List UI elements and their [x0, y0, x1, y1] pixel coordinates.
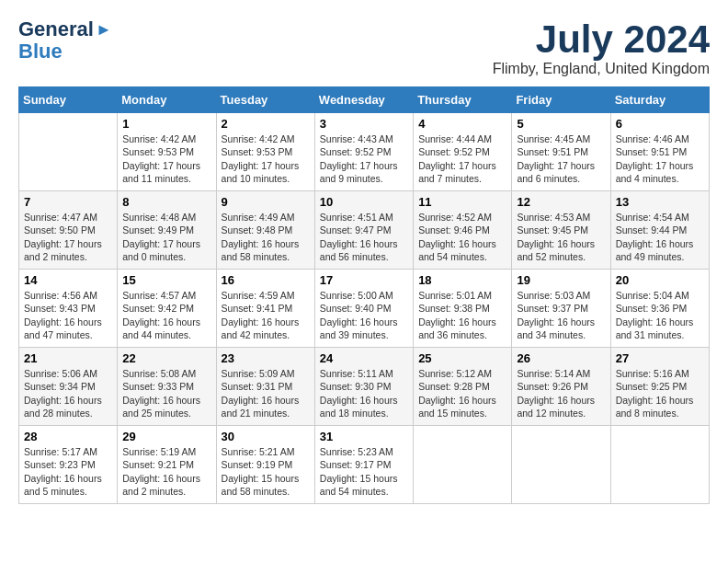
day-info: Sunrise: 5:19 AM Sunset: 9:21 PM Dayligh… [122, 445, 210, 498]
day-number: 19 [517, 273, 605, 287]
logo-icon: ► [96, 20, 112, 40]
weekday-header-thursday: Thursday [414, 87, 512, 113]
day-number: 3 [320, 117, 408, 131]
day-info: Sunrise: 4:54 AM Sunset: 9:44 PM Dayligh… [616, 211, 704, 263]
calendar-cell: 30Sunrise: 5:21 AM Sunset: 9:19 PM Dayli… [216, 426, 314, 504]
day-number: 17 [320, 273, 408, 287]
calendar-cell: 20Sunrise: 5:04 AM Sunset: 9:36 PM Dayli… [610, 270, 709, 348]
logo: General ► Blue [18, 18, 112, 63]
day-info: Sunrise: 4:57 AM Sunset: 9:42 PM Dayligh… [122, 289, 210, 341]
calendar-cell: 12Sunrise: 4:53 AM Sunset: 9:45 PM Dayli… [512, 191, 610, 270]
calendar-cell: 14Sunrise: 4:56 AM Sunset: 9:43 PM Dayli… [19, 270, 118, 348]
calendar-cell: 15Sunrise: 4:57 AM Sunset: 9:42 PM Dayli… [118, 270, 216, 348]
calendar-cell: 9Sunrise: 4:49 AM Sunset: 9:48 PM Daylig… [216, 191, 314, 270]
day-number: 10 [320, 195, 408, 209]
day-number: 14 [24, 273, 112, 287]
day-info: Sunrise: 5:09 AM Sunset: 9:31 PM Dayligh… [222, 367, 310, 419]
day-number: 8 [122, 195, 210, 209]
logo-general: General [18, 18, 94, 40]
day-info: Sunrise: 5:23 AM Sunset: 9:17 PM Dayligh… [320, 445, 408, 498]
calendar-cell: 1Sunrise: 4:42 AM Sunset: 9:53 PM Daylig… [118, 113, 216, 191]
calendar-table: SundayMondayTuesdayWednesdayThursdayFrid… [18, 86, 710, 504]
day-info: Sunrise: 5:14 AM Sunset: 9:26 PM Dayligh… [517, 367, 605, 419]
day-info: Sunrise: 4:44 AM Sunset: 9:52 PM Dayligh… [418, 132, 506, 185]
day-info: Sunrise: 5:03 AM Sunset: 9:37 PM Dayligh… [517, 289, 605, 341]
calendar-cell: 18Sunrise: 5:01 AM Sunset: 9:38 PM Dayli… [414, 270, 512, 348]
day-info: Sunrise: 5:08 AM Sunset: 9:33 PM Dayligh… [122, 367, 210, 419]
day-info: Sunrise: 4:48 AM Sunset: 9:49 PM Dayligh… [122, 211, 210, 263]
day-info: Sunrise: 5:17 AM Sunset: 9:23 PM Dayligh… [24, 445, 112, 498]
calendar-cell: 2Sunrise: 4:42 AM Sunset: 9:53 PM Daylig… [216, 113, 314, 191]
calendar-cell: 6Sunrise: 4:46 AM Sunset: 9:51 PM Daylig… [610, 113, 709, 191]
day-number: 20 [616, 273, 704, 287]
day-number: 31 [320, 430, 408, 443]
day-number: 1 [122, 117, 210, 131]
day-number: 27 [616, 351, 704, 365]
calendar-cell: 3Sunrise: 4:43 AM Sunset: 9:52 PM Daylig… [314, 113, 413, 191]
calendar-week-2: 7Sunrise: 4:47 AM Sunset: 9:50 PM Daylig… [19, 191, 710, 270]
day-number: 23 [222, 351, 310, 365]
page-header: General ► Blue July 2024 Flimby, England… [18, 18, 710, 77]
weekday-header-wednesday: Wednesday [314, 87, 413, 113]
weekday-header-monday: Monday [118, 87, 216, 113]
calendar-week-4: 21Sunrise: 5:06 AM Sunset: 9:34 PM Dayli… [19, 348, 710, 426]
day-info: Sunrise: 5:16 AM Sunset: 9:25 PM Dayligh… [616, 367, 704, 419]
day-number: 15 [122, 273, 210, 287]
calendar-cell: 31Sunrise: 5:23 AM Sunset: 9:17 PM Dayli… [314, 426, 413, 504]
calendar-cell [19, 113, 118, 191]
day-number: 22 [122, 351, 210, 365]
day-number: 18 [418, 273, 506, 287]
day-info: Sunrise: 5:00 AM Sunset: 9:40 PM Dayligh… [320, 289, 408, 341]
day-info: Sunrise: 4:49 AM Sunset: 9:48 PM Dayligh… [222, 211, 310, 263]
day-info: Sunrise: 4:46 AM Sunset: 9:51 PM Dayligh… [616, 132, 704, 185]
location: Flimby, England, United Kingdom [493, 61, 710, 77]
day-number: 25 [418, 351, 506, 365]
calendar-week-5: 28Sunrise: 5:17 AM Sunset: 9:23 PM Dayli… [19, 426, 710, 504]
weekday-header-saturday: Saturday [610, 87, 709, 113]
weekday-header-tuesday: Tuesday [216, 87, 314, 113]
day-number: 7 [24, 195, 112, 209]
calendar-cell: 24Sunrise: 5:11 AM Sunset: 9:30 PM Dayli… [314, 348, 413, 426]
calendar-week-1: 1Sunrise: 4:42 AM Sunset: 9:53 PM Daylig… [19, 113, 710, 191]
day-number: 11 [418, 195, 506, 209]
calendar-cell: 7Sunrise: 4:47 AM Sunset: 9:50 PM Daylig… [19, 191, 118, 270]
title-block: July 2024 Flimby, England, United Kingdo… [493, 18, 710, 77]
calendar-cell: 28Sunrise: 5:17 AM Sunset: 9:23 PM Dayli… [19, 426, 118, 504]
day-info: Sunrise: 4:56 AM Sunset: 9:43 PM Dayligh… [24, 289, 112, 341]
day-info: Sunrise: 4:43 AM Sunset: 9:52 PM Dayligh… [320, 132, 408, 185]
calendar-cell: 16Sunrise: 4:59 AM Sunset: 9:41 PM Dayli… [216, 270, 314, 348]
day-number: 13 [616, 195, 704, 209]
calendar-cell: 8Sunrise: 4:48 AM Sunset: 9:49 PM Daylig… [118, 191, 216, 270]
weekday-header-sunday: Sunday [19, 87, 118, 113]
day-number: 28 [24, 430, 112, 443]
calendar-cell: 29Sunrise: 5:19 AM Sunset: 9:21 PM Dayli… [118, 426, 216, 504]
day-number: 30 [222, 430, 310, 443]
day-number: 5 [517, 117, 605, 131]
calendar-cell: 17Sunrise: 5:00 AM Sunset: 9:40 PM Dayli… [314, 270, 413, 348]
calendar-cell: 23Sunrise: 5:09 AM Sunset: 9:31 PM Dayli… [216, 348, 314, 426]
day-info: Sunrise: 4:42 AM Sunset: 9:53 PM Dayligh… [122, 132, 210, 185]
calendar-cell: 5Sunrise: 4:45 AM Sunset: 9:51 PM Daylig… [512, 113, 610, 191]
day-number: 26 [517, 351, 605, 365]
calendar-cell [414, 426, 512, 504]
day-info: Sunrise: 4:45 AM Sunset: 9:51 PM Dayligh… [517, 132, 605, 185]
day-info: Sunrise: 4:59 AM Sunset: 9:41 PM Dayligh… [222, 289, 310, 341]
calendar-cell: 21Sunrise: 5:06 AM Sunset: 9:34 PM Dayli… [19, 348, 118, 426]
weekday-header-friday: Friday [512, 87, 610, 113]
day-info: Sunrise: 5:01 AM Sunset: 9:38 PM Dayligh… [418, 289, 506, 341]
calendar-cell: 4Sunrise: 4:44 AM Sunset: 9:52 PM Daylig… [414, 113, 512, 191]
day-info: Sunrise: 5:04 AM Sunset: 9:36 PM Dayligh… [616, 289, 704, 341]
day-number: 4 [418, 117, 506, 131]
calendar-cell: 19Sunrise: 5:03 AM Sunset: 9:37 PM Dayli… [512, 270, 610, 348]
month-title: July 2024 [493, 18, 710, 61]
calendar-cell: 26Sunrise: 5:14 AM Sunset: 9:26 PM Dayli… [512, 348, 610, 426]
day-number: 9 [222, 195, 310, 209]
calendar-cell: 13Sunrise: 4:54 AM Sunset: 9:44 PM Dayli… [610, 191, 709, 270]
day-number: 12 [517, 195, 605, 209]
day-info: Sunrise: 4:53 AM Sunset: 9:45 PM Dayligh… [517, 211, 605, 263]
calendar-cell [512, 426, 610, 504]
calendar-cell: 10Sunrise: 4:51 AM Sunset: 9:47 PM Dayli… [314, 191, 413, 270]
day-info: Sunrise: 5:21 AM Sunset: 9:19 PM Dayligh… [222, 445, 310, 498]
calendar-cell [610, 426, 709, 504]
logo-blue: Blue [18, 40, 63, 63]
